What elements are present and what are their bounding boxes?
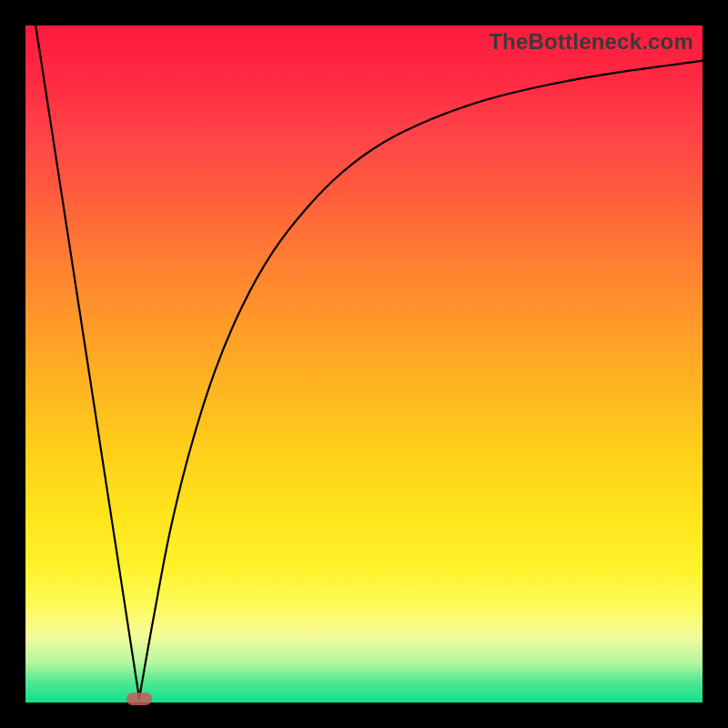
optimum-marker	[126, 693, 152, 705]
curve-path	[35, 25, 703, 699]
chart-frame: TheBottleneck.com	[0, 0, 728, 728]
plot-area: TheBottleneck.com	[25, 25, 703, 703]
bottleneck-curve	[25, 25, 703, 703]
